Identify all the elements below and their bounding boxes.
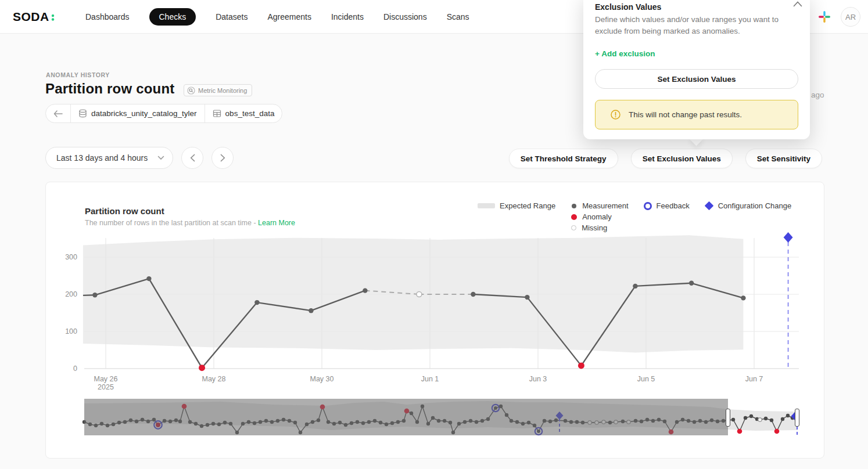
legend-expected-range-label: Expected Range	[500, 201, 555, 210]
popover-set-exclusion-values-button[interactable]: Set Exclusion Values	[595, 69, 798, 89]
chart-subtitle: The number of rows in the last partition…	[85, 219, 295, 227]
anomaly-history-eyebrow: ANOMALY HISTORY	[46, 71, 110, 78]
user-avatar[interactable]: AR	[841, 7, 860, 27]
chart-legend: Expected Range Measurement Anomaly Missi…	[478, 201, 791, 232]
popover-description: Define which values and/or value ranges …	[595, 14, 799, 37]
back-arrow-icon	[53, 110, 63, 117]
set-sensitivity-button[interactable]: Set Sensitivity	[745, 149, 822, 168]
set-exclusion-values-button[interactable]: Set Exclusion Values	[631, 149, 733, 168]
chart-actions: Set Threshold Strategy Set Exclusion Val…	[509, 149, 822, 168]
popover-title: Exclusion Values	[595, 2, 661, 12]
soda-logo-text: SODA	[13, 10, 49, 24]
nav-item-scans[interactable]: Scans	[447, 12, 469, 21]
legend-anomaly: Anomaly	[571, 212, 628, 221]
legend-feedback-label: Feedback	[657, 201, 690, 210]
feedback-ring-icon	[644, 202, 652, 210]
brush-handle-right[interactable]	[795, 409, 799, 427]
chevron-right-icon	[220, 154, 225, 162]
next-period-button[interactable]	[211, 147, 234, 169]
legend-expected-range: Expected Range	[478, 201, 555, 210]
nav-item-dashboards[interactable]: Dashboards	[85, 12, 130, 21]
legend-measurement-label: Measurement	[582, 201, 628, 210]
chart-subtitle-text: The number of rows in the last partition…	[85, 219, 258, 227]
time-range-select[interactable]: Last 13 days and 4 hours	[45, 147, 173, 169]
measurement-dot-icon	[572, 204, 576, 208]
soda-logo: SODA	[13, 10, 56, 24]
nav-item-agreements[interactable]: Agreements	[267, 12, 311, 21]
slack-icon[interactable]	[818, 10, 831, 23]
legend-missing: Missing	[571, 223, 628, 232]
warning-info-icon	[611, 110, 620, 120]
nav-items: Dashboards Checks Datasets Agreements In…	[85, 0, 469, 34]
brush-handle-left[interactable]	[726, 409, 730, 427]
legend-measurement-column: Measurement Anomaly Missing	[571, 201, 628, 232]
nav-item-discussions[interactable]: Discussions	[383, 12, 427, 21]
exclusion-values-popover: Exclusion Values Define which values and…	[583, 0, 810, 139]
chevron-up-icon	[793, 1, 802, 8]
legend-feedback: Feedback	[644, 201, 690, 210]
set-threshold-strategy-button[interactable]: Set Threshold Strategy	[509, 149, 618, 168]
legend-missing-label: Missing	[582, 223, 607, 232]
metric-monitoring-badge: Metric Monitoring	[184, 84, 252, 96]
legend-measurement: Measurement	[571, 201, 628, 210]
minimap-brush[interactable]	[81, 398, 800, 435]
missing-dot-icon	[571, 225, 576, 230]
datasource-crumb[interactable]: databricks_unity_catalog_tyler	[70, 104, 205, 122]
soda-logo-dots	[51, 11, 56, 23]
table-icon	[213, 109, 221, 118]
database-icon	[78, 109, 87, 118]
expected-range-swatch-icon	[478, 203, 495, 208]
config-change-diamond-icon	[704, 201, 713, 211]
chevron-left-icon	[190, 154, 195, 162]
legend-config-change-label: Configuration Change	[718, 201, 791, 210]
nav-item-incidents[interactable]: Incidents	[331, 12, 364, 21]
breadcrumb: databricks_unity_catalog_tyler obs_test_…	[45, 104, 282, 123]
datasource-name: databricks_unity_catalog_tyler	[91, 109, 197, 118]
popover-warning-text: This will not change past results.	[629, 110, 742, 119]
add-exclusion-link[interactable]: + Add exclusion	[595, 49, 655, 58]
nav-item-checks[interactable]: Checks	[149, 8, 196, 26]
last-scan-partial-text: ago	[811, 91, 824, 99]
metric-monitoring-label: Metric Monitoring	[198, 87, 247, 94]
chart-title: Partition row count	[85, 206, 164, 216]
learn-more-link[interactable]: Learn More	[258, 219, 295, 227]
magnifier-icon	[187, 86, 195, 95]
popover-warning-box: This will not change past results.	[595, 100, 798, 129]
nav-item-datasets[interactable]: Datasets	[216, 12, 248, 21]
legend-config-change: Configuration Change	[705, 201, 791, 210]
legend-anomaly-label: Anomaly	[582, 212, 612, 221]
chevron-down-icon	[157, 156, 164, 160]
anomaly-dot-icon	[571, 214, 577, 220]
collapse-popover-button[interactable]	[793, 0, 802, 6]
dataset-crumb[interactable]: obs_test_data	[205, 104, 282, 122]
dataset-name: obs_test_data	[225, 109, 275, 118]
prev-period-button[interactable]	[181, 147, 203, 169]
back-button[interactable]	[46, 104, 70, 122]
time-range-value: Last 13 days and 4 hours	[56, 153, 148, 163]
page-title: Partition row count	[45, 81, 174, 97]
